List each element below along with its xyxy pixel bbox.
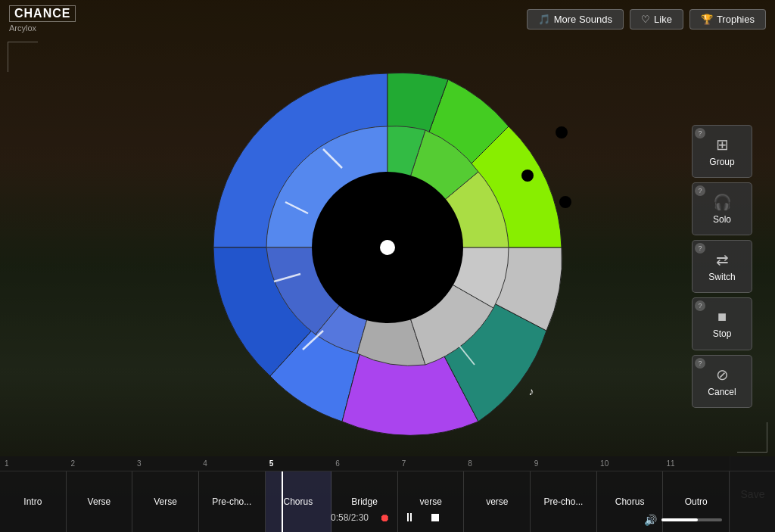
- like-label: Like: [654, 14, 672, 25]
- num-7: 7: [399, 459, 465, 468]
- solo-btn-wrap: ? 🎧 Solo: [692, 182, 752, 235]
- cancel-help: ?: [695, 358, 705, 369]
- segment-verse4[interactable]: verse: [464, 471, 531, 532]
- current-time: 0:58/2:30: [331, 512, 369, 523]
- segment-prechorus2-label: Pre-cho...: [543, 496, 583, 507]
- top-bar: CHANCE Arcylox 🎵 More Sounds ♡ Like 🏆 Tr…: [0, 0, 775, 38]
- title-block: CHANCE Arcylox: [9, 5, 76, 33]
- wheel-center-dot: [380, 240, 395, 255]
- num-10: 10: [597, 459, 663, 468]
- bottom-controls: 0:58/2:30 ⏺ ⏸ ⏹: [331, 509, 444, 526]
- music-icon: 🎵: [538, 14, 550, 25]
- segment-bridge-label: Bridge: [351, 496, 378, 507]
- group-label: Group: [709, 157, 734, 167]
- segment-verse1-label: Verse: [88, 496, 111, 507]
- timeline-numbers: 1 2 3 4 5 6 7 8 9 10 11: [0, 456, 775, 471]
- icon-circle-1: [559, 196, 571, 208]
- more-sounds-button[interactable]: 🎵 More Sounds: [527, 9, 624, 30]
- solo-help: ?: [695, 185, 705, 196]
- solo-label: Solo: [713, 214, 731, 225]
- pause-button[interactable]: ⏸: [400, 509, 419, 526]
- switch-btn-wrap: ? ⇄ Switch: [692, 240, 752, 293]
- segment-verse2-label: Verse: [154, 496, 177, 507]
- switch-help: ?: [695, 243, 705, 254]
- num-4: 4: [200, 459, 266, 468]
- app-subtitle: Arcylox: [9, 23, 76, 33]
- icon-circle-3: [556, 126, 568, 138]
- segment-prechorus1-label: Pre-cho...: [212, 496, 251, 507]
- app-title: CHANCE: [9, 5, 76, 22]
- num-8: 8: [465, 459, 531, 468]
- group-icon: ⊞: [716, 135, 729, 154]
- trophies-label: Trophies: [717, 14, 755, 25]
- num-6: 6: [332, 459, 398, 468]
- segment-prechorus1[interactable]: Pre-cho...: [199, 471, 266, 532]
- volume-icon: 🔊: [644, 514, 657, 526]
- segment-verse3-label: verse: [419, 496, 441, 507]
- wheel-svg[interactable]: ♪ ≡ ♪: [191, 51, 584, 444]
- stop-btn-wrap: ? ■ Stop: [692, 297, 752, 350]
- cancel-label: Cancel: [708, 387, 736, 397]
- stop-icon: ■: [717, 308, 727, 325]
- num-3: 3: [134, 459, 200, 468]
- segment-intro-label: Intro: [23, 496, 42, 507]
- segment-chorus1[interactable]: Chorus: [266, 471, 332, 532]
- corner-top-left: [8, 42, 38, 72]
- headphones-icon: 🎧: [713, 193, 732, 211]
- num-5: 5: [266, 459, 332, 468]
- num-2: 2: [67, 459, 133, 468]
- stop-help: ?: [695, 300, 705, 311]
- segment-prechorus2[interactable]: Pre-cho...: [531, 471, 597, 532]
- segment-chorus1-label: Chorus: [284, 496, 313, 507]
- icon-text-1: ♪: [529, 385, 534, 397]
- like-button[interactable]: ♡ Like: [630, 9, 683, 30]
- segment-verse4-label: verse: [486, 496, 508, 507]
- group-help: ?: [695, 128, 705, 138]
- volume-area: 🔊: [644, 514, 722, 526]
- wheel-container: ♪ ≡ ♪: [191, 51, 584, 444]
- segment-verse2[interactable]: Verse: [132, 471, 199, 532]
- switch-label: Switch: [708, 272, 735, 282]
- main-area: ♪ ≡ ♪: [0, 38, 775, 456]
- num-1: 1: [2, 459, 67, 468]
- segment-outro-label: Outro: [685, 496, 708, 507]
- heart-icon: ♡: [641, 14, 650, 25]
- more-sounds-label: More Sounds: [554, 14, 612, 25]
- trophies-button[interactable]: 🏆 Trophies: [689, 9, 766, 30]
- corner-bottom-right: [737, 422, 767, 453]
- right-panel: ? ⊞ Group ? 🎧 Solo ? ⇄ Switch ? ■ Stop ?…: [692, 125, 752, 408]
- record-button[interactable]: ⏺: [376, 510, 393, 525]
- volume-fill: [661, 518, 698, 521]
- icon-circle-2: [521, 170, 534, 182]
- group-btn-wrap: ? ⊞ Group: [692, 125, 752, 178]
- stop-label: Stop: [713, 328, 732, 339]
- num-9: 9: [531, 459, 597, 468]
- save-spacer: [730, 471, 775, 532]
- segment-chorus2-label: Chorus: [615, 496, 645, 507]
- stop-playback-button[interactable]: ⏹: [426, 509, 444, 526]
- num-11: 11: [664, 459, 730, 468]
- switch-icon: ⇄: [716, 250, 729, 269]
- trophy-icon: 🏆: [701, 14, 713, 25]
- top-buttons: 🎵 More Sounds ♡ Like 🏆 Trophies: [527, 9, 766, 30]
- segment-intro[interactable]: Intro: [0, 471, 67, 532]
- volume-slider[interactable]: [661, 518, 722, 521]
- cancel-icon: ⊘: [716, 366, 729, 384]
- cancel-btn-wrap: ? ⊘ Cancel: [692, 355, 752, 408]
- playhead: [282, 471, 283, 532]
- segment-verse1[interactable]: Verse: [67, 471, 133, 532]
